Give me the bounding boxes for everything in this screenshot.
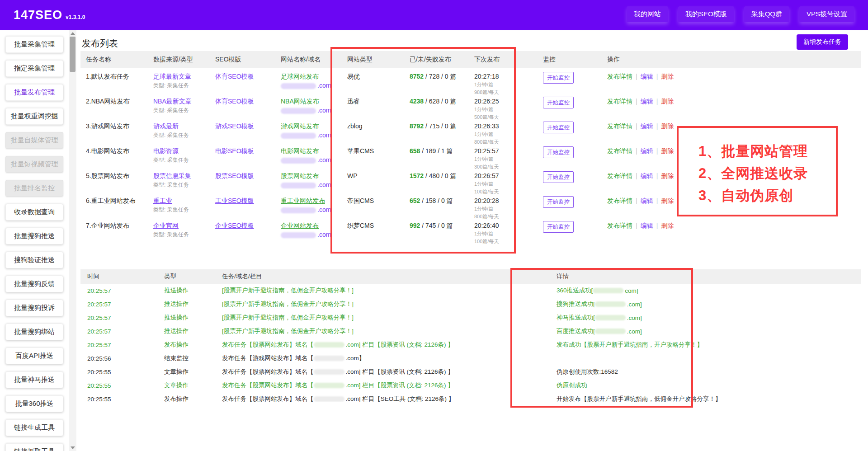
sidebar-item-0[interactable]: 批量采集管理 — [5, 36, 63, 53]
template-link[interactable]: 游戏SEO模板 — [215, 122, 273, 131]
log-column-header-3: 详情 — [550, 269, 861, 284]
sidebar-item-14[interactable]: 批量神马推送 — [5, 371, 63, 388]
sidebar-item-13[interactable]: 百度API推送 — [5, 348, 63, 364]
count-unit: 篇 — [450, 98, 457, 105]
log-time: 20:25:57 — [80, 297, 157, 311]
scroll-down-icon[interactable] — [69, 445, 76, 451]
sidebar-item-8[interactable]: 批量搜狗推送 — [5, 228, 63, 244]
source-link[interactable]: NBA最新文章 — [153, 97, 207, 106]
template-link[interactable]: 体育SEO模板 — [215, 97, 273, 106]
delete-link[interactable]: 删除 — [661, 197, 674, 204]
cms-type-cell: 迅睿 — [342, 93, 404, 121]
sidebar-item-16[interactable]: 链接生成工具 — [5, 419, 63, 436]
edit-link[interactable]: 编辑 — [641, 122, 653, 130]
failed-count: 0 — [445, 73, 448, 80]
publish-detail-link[interactable]: 发布详情 — [607, 172, 632, 179]
site-name-link[interactable]: 游戏网站发布 — [281, 122, 339, 131]
sidebar-item-9[interactable]: 搜狗验证推送 — [5, 252, 63, 268]
start-monitor-button[interactable]: 开始监控 — [543, 72, 574, 84]
published-count: 8752 — [410, 73, 424, 80]
site-name-link[interactable]: 股票网站发布 — [281, 171, 339, 180]
redacted-domain — [314, 356, 344, 361]
template-link[interactable]: 股票SEO模版 — [215, 171, 273, 180]
add-publish-task-button[interactable]: 新增发布任务 — [797, 34, 848, 50]
pending-count: 158 — [425, 197, 436, 204]
log-row: 20:25:57推送操作[股票开户新手避坑指南，低佣金开户攻略分享！]360推送… — [80, 284, 861, 297]
sidebar-item-11[interactable]: 批量搜狗投诉 — [5, 300, 63, 316]
publish-detail-link[interactable]: 发布详情 — [607, 222, 632, 229]
published-count: 8792 — [410, 122, 424, 130]
site-name-link[interactable]: 企业网站发布 — [281, 221, 339, 230]
source-type-label: 类型: 采集任务 — [153, 156, 207, 164]
template-link[interactable]: 企业SEO模板 — [215, 221, 273, 230]
delete-link[interactable]: 删除 — [661, 147, 674, 155]
publish-detail-link[interactable]: 发布详情 — [607, 73, 632, 80]
edit-link[interactable]: 编辑 — [641, 98, 653, 105]
start-monitor-button[interactable]: 开始监控 — [543, 122, 574, 133]
publish-detail-link[interactable]: 发布详情 — [607, 147, 632, 155]
edit-link[interactable]: 编辑 — [641, 197, 653, 204]
template-cell: 游戏SEO模板 — [210, 118, 275, 146]
template-link[interactable]: 体育SEO模板 — [215, 72, 273, 81]
publish-detail-link[interactable]: 发布详情 — [607, 122, 632, 130]
source-link[interactable]: 足球最新文章 — [153, 72, 207, 81]
counts-cell: 1572 / 480 / 0 篇 — [404, 168, 469, 195]
scroll-up-icon[interactable] — [69, 30, 76, 37]
counts-cell: 4238 / 628 / 0 篇 — [404, 93, 469, 121]
log-task: [股票开户新手避坑指南，低佣金开户攻略分享！] — [215, 311, 550, 324]
edit-link[interactable]: 编辑 — [641, 172, 653, 179]
sidebar-item-2[interactable]: 批量发布管理 — [5, 84, 63, 101]
sidebar-scrollbar-thumb[interactable] — [70, 37, 75, 72]
log-text: 百度推送成功[ — [557, 327, 595, 335]
sidebar-item-1[interactable]: 指定采集管理 — [5, 60, 63, 77]
edit-link[interactable]: 编辑 — [641, 147, 653, 155]
delete-link[interactable]: 删除 — [661, 172, 674, 179]
publish-detail-link[interactable]: 发布详情 — [607, 98, 632, 105]
nav-item-0[interactable]: 我的网站 — [627, 6, 668, 22]
sidebar-item-3[interactable]: 批量权重词挖掘 — [5, 108, 63, 125]
site-name-link[interactable]: NBA网站发布 — [281, 97, 339, 106]
edit-link[interactable]: 编辑 — [641, 222, 653, 229]
start-monitor-button[interactable]: 开始监控 — [543, 97, 574, 108]
site-name-link[interactable]: 电影网站发布 — [281, 146, 339, 155]
log-type: 发布操作 — [157, 392, 215, 402]
nav-item-2[interactable]: 采集QQ群 — [744, 6, 789, 22]
sidebar-item-7[interactable]: 收录数据查询 — [5, 204, 63, 221]
template-link[interactable]: 电影SEO模板 — [215, 146, 273, 155]
redacted-domain — [281, 232, 316, 238]
edit-link[interactable]: 编辑 — [641, 73, 653, 80]
source-cell: 游戏最新类型: 采集任务 — [148, 118, 210, 146]
delete-link[interactable]: 删除 — [661, 222, 674, 229]
log-text: 发布任务【游戏网站发布】域名【 — [222, 354, 314, 362]
action-separator: | — [656, 172, 658, 179]
source-link[interactable]: 重工业 — [153, 196, 207, 205]
source-link[interactable]: 电影资源 — [153, 146, 207, 155]
template-link[interactable]: 工业SEO模版 — [215, 196, 273, 205]
source-link[interactable]: 股票信息采集 — [153, 171, 207, 180]
nav-item-3[interactable]: VPS拨号设置 — [799, 6, 854, 22]
publish-detail-link[interactable]: 发布详情 — [607, 197, 632, 204]
start-monitor-button[interactable]: 开始监控 — [543, 171, 574, 183]
log-text: 发布任务【股票网站发布】域名【 — [222, 341, 314, 349]
site-name-link[interactable]: 重工业网站发布 — [281, 196, 339, 205]
sidebar-item-17[interactable]: 链接抓取工具 — [5, 443, 63, 451]
start-monitor-button[interactable]: 开始监控 — [543, 196, 574, 208]
start-monitor-button[interactable]: 开始监控 — [543, 221, 574, 233]
sidebar-item-15[interactable]: 批量360推送 — [5, 395, 63, 412]
start-monitor-button[interactable]: 开始监控 — [543, 146, 574, 158]
sidebar-item-12[interactable]: 批量搜狗绑站 — [5, 324, 63, 340]
nav-item-1[interactable]: 我的SEO模版 — [678, 6, 734, 22]
delete-link[interactable]: 删除 — [661, 98, 674, 105]
publish-rate: 1分钟/篇 — [474, 180, 535, 188]
log-column-header-0: 时间 — [80, 269, 157, 284]
sidebar-item-10[interactable]: 批量搜狗反馈 — [5, 276, 63, 292]
sidebar-scrollbar[interactable] — [69, 30, 76, 451]
domain-suffix: .com — [317, 156, 331, 164]
log-text: 发布成功【股票开户新手避坑指南，开户攻略分享！】 — [557, 341, 703, 349]
site-name-link[interactable]: 足球网站发布 — [281, 72, 339, 81]
source-link[interactable]: 游戏最新 — [153, 122, 207, 131]
delete-link[interactable]: 删除 — [661, 73, 674, 80]
source-link[interactable]: 企业官网 — [153, 221, 207, 230]
cms-type-cell: zblog — [342, 118, 404, 146]
delete-link[interactable]: 删除 — [661, 122, 674, 130]
